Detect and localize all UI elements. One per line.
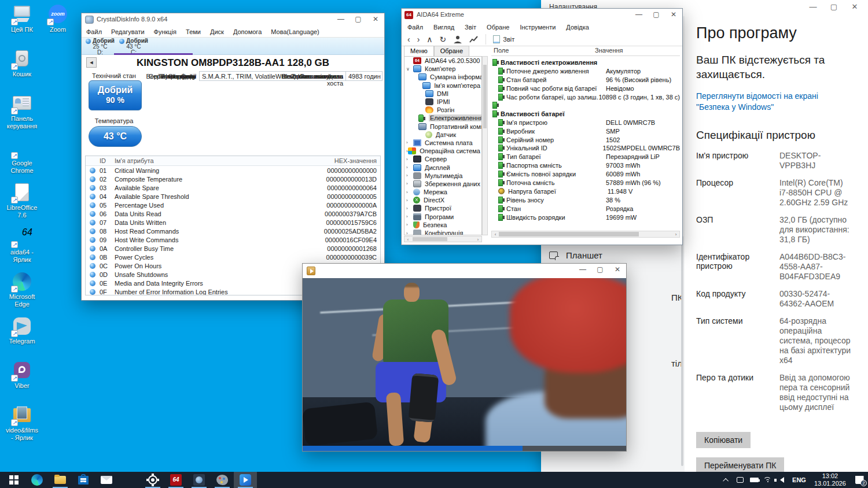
- smart-attribute-row[interactable]: 04 Available Spare Threshold 00000000000…: [86, 192, 380, 201]
- smart-attribute-row[interactable]: 0B Power Cycles 0000000000039C: [86, 253, 380, 261]
- menu-item[interactable]: Інструменти: [520, 24, 556, 31]
- report-horizontal-scrollbar[interactable]: ‹›: [491, 231, 680, 238]
- close-button[interactable]: ✕: [844, 1, 865, 17]
- report-row[interactable]: Виробник SMP: [491, 127, 680, 135]
- start-button[interactable]: [2, 472, 25, 488]
- tree-item[interactable]: › Сервер: [404, 155, 481, 163]
- tree-item[interactable]: › Конфігурація: [404, 229, 481, 235]
- rename-pc-button[interactable]: Перейменувати ПК: [696, 457, 784, 472]
- tree-expander-icon[interactable]: ›: [406, 140, 413, 145]
- smart-attribute-row[interactable]: 09 Host Write Commands 00000016CF09E4: [86, 235, 380, 244]
- desktop-icon[interactable]: 64 ↗ aida64 - Ярлик: [1, 227, 43, 272]
- desktop-icon[interactable]: ↗ Viber: [1, 361, 43, 405]
- desktop-icon[interactable]: ↗ Панель керування: [1, 94, 43, 138]
- tree-expander-icon[interactable]: ›: [406, 222, 413, 227]
- speaker-icon[interactable]: [775, 472, 789, 488]
- desktop-icon[interactable]: ↗ Кошик: [1, 49, 43, 94]
- maximize-button[interactable]: ▢: [350, 13, 367, 26]
- desktop-icon[interactable]: ↗ Telegram: [1, 316, 43, 361]
- tree-expander-icon[interactable]: ›: [406, 190, 413, 195]
- minimize-button[interactable]: —: [630, 9, 648, 21]
- smart-attribute-row[interactable]: 02 Composite Temperature 0000000000013D: [86, 175, 380, 183]
- report-row[interactable]: Швидкість розрядки 19699 mW: [491, 213, 680, 221]
- report-row[interactable]: Властивості електроживлення: [491, 58, 680, 67]
- temperature-badge[interactable]: 43 °C: [89, 126, 142, 147]
- report-row[interactable]: Повний час роботи від батареї Невідомо: [491, 84, 680, 93]
- menu-item[interactable]: Файл: [407, 24, 423, 31]
- taskbar-app-button[interactable]: [141, 472, 164, 488]
- battery-icon[interactable]: [747, 472, 761, 488]
- menu-item[interactable]: Файл: [86, 28, 102, 35]
- desktop-icon[interactable]: ↗ LibreOffice 7.6: [1, 183, 43, 227]
- sidebar-item-tablet[interactable]: Планшет: [541, 246, 685, 264]
- tree-item[interactable]: Електроживлення: [404, 114, 481, 122]
- report-row[interactable]: Поточна ємність 57889 mWh (96 %): [491, 179, 680, 187]
- player-titlebar[interactable]: — ▢ ✕: [303, 264, 626, 278]
- tree-item[interactable]: › Пристрої: [404, 204, 481, 212]
- tree-vertical-scrollbar[interactable]: [482, 56, 488, 235]
- nav-tab[interactable]: Обране: [434, 46, 469, 56]
- tree-item[interactable]: Сумарна інформац: [404, 73, 481, 81]
- tree-item[interactable]: › Мережа: [404, 188, 481, 196]
- tree-item[interactable]: IPMI: [404, 98, 481, 106]
- taskbar-app-button[interactable]: [211, 472, 234, 488]
- tree-item[interactable]: Розгін: [404, 106, 481, 114]
- col-header-id[interactable]: ID: [100, 157, 115, 164]
- tree-item[interactable]: › Дисплей: [404, 163, 481, 171]
- menu-item[interactable]: Мова(Language): [271, 28, 319, 35]
- tree-item[interactable]: › Мультимедіа: [404, 172, 481, 180]
- chart-icon[interactable]: [469, 35, 479, 43]
- report-row[interactable]: Паспортна ємність 97003 mWh: [491, 161, 680, 170]
- report-row[interactable]: Тип батареї Перезарядний LiP: [491, 153, 680, 161]
- tree-item[interactable]: DMI: [404, 90, 481, 98]
- tree-horizontal-scrollbar[interactable]: ‹›: [404, 236, 482, 242]
- forward-button[interactable]: ›: [417, 34, 420, 45]
- tree-item[interactable]: Датчик: [404, 131, 481, 139]
- report-row[interactable]: Ємність повної зарядки 60089 mWh: [491, 170, 680, 179]
- report-row[interactable]: Властивості батареї: [491, 109, 680, 118]
- col-header-name[interactable]: Ім'я атрибута: [115, 157, 306, 164]
- tree-item[interactable]: › Операційна система: [404, 147, 481, 155]
- smart-attribute-row[interactable]: 01 Critical Warning 00000000000000: [86, 166, 380, 175]
- maximize-button[interactable]: ▢: [591, 264, 609, 278]
- refresh-button[interactable]: ↻: [440, 34, 447, 45]
- taskbar-app-button[interactable]: [95, 472, 118, 488]
- report-row[interactable]: Рівень зносу 38 %: [491, 195, 680, 204]
- tree-expander-icon[interactable]: ›: [406, 231, 413, 235]
- health-status-badge[interactable]: Добрий 90 %: [89, 80, 142, 110]
- tree-item[interactable]: ∨ Комп'ютер: [404, 65, 481, 73]
- taskbar-app-button[interactable]: [49, 472, 72, 488]
- aida64-titlebar[interactable]: 64 AIDA64 Extreme — ▢ ✕: [402, 9, 682, 21]
- minimize-button[interactable]: —: [803, 1, 823, 17]
- taskbar-app-button[interactable]: [118, 472, 141, 488]
- report-row[interactable]: Час роботи батареї, що залиш... 10898 с …: [491, 93, 680, 102]
- close-button[interactable]: ✕: [609, 264, 626, 278]
- close-button[interactable]: ✕: [367, 13, 384, 26]
- smart-attribute-row[interactable]: 0A Controller Busy Time 00000000001268: [86, 244, 380, 253]
- tree-item[interactable]: Портативний комп: [404, 123, 481, 131]
- previous-drive-button[interactable]: ◄: [86, 57, 97, 68]
- desktop-icon[interactable]: zoom ↗ Zoom: [37, 5, 79, 49]
- language-indicator[interactable]: ENG: [789, 476, 810, 483]
- taskbar-app-button[interactable]: [25, 472, 49, 488]
- report-button[interactable]: Звіт: [493, 35, 514, 43]
- report-row[interactable]: Поточне джерело живлення Акумулятор: [491, 67, 680, 76]
- menu-item[interactable]: Обране: [487, 24, 509, 31]
- tree-expander-icon[interactable]: ›: [406, 214, 413, 219]
- notification-center-icon[interactable]: 2: [851, 472, 868, 488]
- smart-attribute-row[interactable]: 03 Available Spare 00000000000064: [86, 183, 380, 192]
- sidebar-scrollbar[interactable]: [681, 236, 683, 466]
- windows-security-link[interactable]: Переглянути відомості на екрані "Безпека…: [696, 91, 847, 113]
- tree-item[interactable]: › Системна плата: [404, 139, 481, 147]
- tree-expander-icon[interactable]: ›: [406, 206, 413, 211]
- drive-tab-d[interactable]: Добрий 25 °C D:: [84, 38, 116, 56]
- desktop-icon[interactable]: ↗ Microsoft Edge: [1, 272, 43, 316]
- report-row[interactable]: Унікальний ID 1502SMPDELL 0WMRC7B: [491, 144, 680, 153]
- tree-expander-icon[interactable]: ›: [406, 198, 413, 203]
- menu-item[interactable]: Теми: [186, 28, 201, 35]
- clock[interactable]: 13:02 13.01.2026: [810, 472, 851, 487]
- taskbar-app-button[interactable]: [72, 472, 95, 488]
- desktop-icon[interactable]: ↗ video&films - Ярлик: [1, 405, 43, 450]
- menu-item[interactable]: Редагувати: [111, 28, 145, 35]
- menu-item[interactable]: Довідка: [566, 24, 589, 31]
